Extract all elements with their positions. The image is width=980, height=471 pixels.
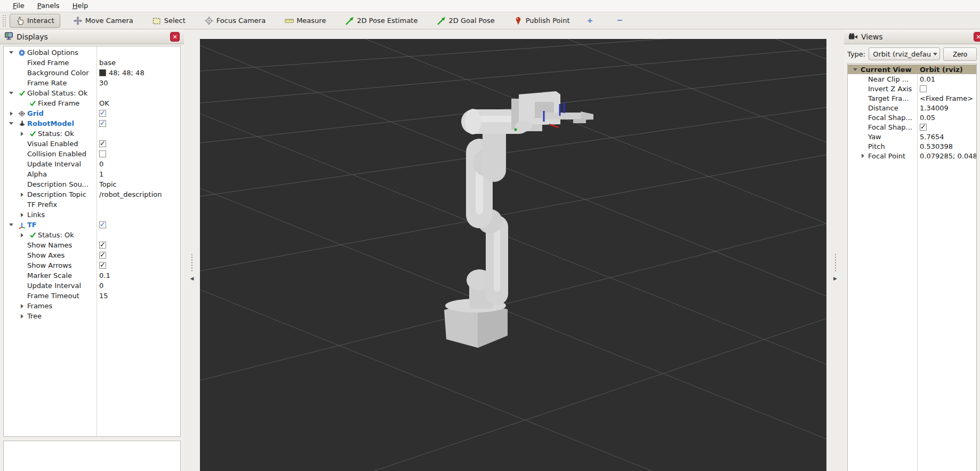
property-value[interactable]: 1 bbox=[97, 169, 103, 179]
tree-row-visual-enabled[interactable]: Visual Enabled bbox=[4, 139, 180, 149]
property-value[interactable] bbox=[97, 108, 106, 118]
right-splitter[interactable]: ▶ bbox=[826, 29, 844, 471]
property-value[interactable] bbox=[97, 240, 106, 250]
property-value[interactable]: Orbit (rviz) bbox=[917, 65, 963, 74]
tree-row-frame-timeout[interactable]: Frame Timeout15 bbox=[4, 291, 180, 301]
tree-row-focal-shap-[interactable]: Focal Shap... bbox=[848, 122, 976, 132]
property-value[interactable]: 1.34009 bbox=[917, 103, 949, 113]
checkbox-unchecked[interactable] bbox=[920, 85, 927, 92]
collapse-right-icon[interactable]: ▶ bbox=[833, 276, 837, 281]
property-value[interactable]: <Fixed Frame> bbox=[917, 93, 973, 103]
property-value[interactable]: 0.05 bbox=[917, 113, 935, 122]
property-value[interactable] bbox=[97, 250, 106, 260]
tree-row-grid[interactable]: Grid bbox=[4, 108, 180, 118]
tree-row-frames[interactable]: Frames bbox=[4, 301, 180, 311]
tree-row-fixed-frame[interactable]: Fixed FrameOK bbox=[4, 98, 180, 108]
tree-row-tf-prefix[interactable]: TF Prefix bbox=[4, 199, 180, 210]
property-value[interactable]: OK bbox=[97, 98, 109, 108]
expand-arrow[interactable] bbox=[17, 304, 27, 308]
expand-arrow[interactable] bbox=[17, 233, 27, 237]
expand-arrow[interactable] bbox=[17, 132, 27, 136]
checkbox-checked[interactable] bbox=[99, 120, 106, 127]
tree-row-distance[interactable]: Distance1.34009 bbox=[848, 103, 976, 113]
property-value[interactable] bbox=[917, 84, 927, 93]
property-value[interactable]: 0.530398 bbox=[917, 141, 953, 151]
tree-row-tf[interactable]: TF bbox=[4, 220, 180, 230]
property-value[interactable]: Topic bbox=[97, 179, 117, 189]
zoom-out-button[interactable]: − bbox=[613, 15, 626, 26]
checkbox-checked[interactable] bbox=[99, 242, 106, 249]
property-value[interactable]: 0.01 bbox=[917, 74, 935, 84]
property-value[interactable] bbox=[97, 149, 106, 159]
expand-arrow[interactable] bbox=[6, 223, 17, 226]
property-value[interactable]: base bbox=[97, 58, 116, 68]
checkbox-checked[interactable] bbox=[99, 110, 106, 117]
zoom-in-button[interactable]: + bbox=[583, 15, 597, 26]
checkbox-checked[interactable] bbox=[99, 221, 106, 228]
tool-2d-pose-estimate[interactable]: 2D Pose Estimate bbox=[339, 14, 423, 28]
checkbox-unchecked[interactable] bbox=[99, 150, 106, 157]
tree-row-frame-rate[interactable]: Frame Rate30 bbox=[4, 78, 180, 88]
property-value[interactable]: 0.079285; 0.048... bbox=[917, 151, 976, 161]
toolbar-drag-handle[interactable] bbox=[2, 14, 6, 27]
tree-row-show-names[interactable]: Show Names bbox=[4, 240, 180, 250]
tree-row-collision-enabled[interactable]: Collision Enabled bbox=[4, 149, 180, 159]
close-icon[interactable]: ✕ bbox=[170, 32, 180, 42]
property-value[interactable]: 48; 48; 48 bbox=[97, 68, 144, 78]
tree-row-status-ok[interactable]: Status: Ok bbox=[4, 230, 180, 240]
tree-row-description-topic[interactable]: Description Topic/robot_description bbox=[4, 189, 180, 199]
checkbox-checked[interactable] bbox=[920, 124, 927, 131]
expand-arrow[interactable] bbox=[17, 314, 27, 318]
tree-row-focal-point[interactable]: Focal Point0.079285; 0.048... bbox=[848, 151, 976, 161]
tree-row-status-ok[interactable]: Status: Ok bbox=[4, 129, 180, 139]
property-value[interactable]: 5.7654 bbox=[917, 132, 944, 141]
render-viewport[interactable] bbox=[200, 39, 826, 471]
tool-move-camera[interactable]: Move Camera bbox=[68, 14, 139, 28]
tree-row-current-view[interactable]: Current ViewOrbit (rviz) bbox=[848, 65, 976, 74]
tree-row-description-sou-[interactable]: Description Sou...Topic bbox=[4, 179, 180, 189]
property-value[interactable] bbox=[97, 260, 106, 270]
property-value[interactable] bbox=[917, 122, 927, 132]
tool-focus-camera[interactable]: Focus Camera bbox=[199, 14, 271, 28]
tool-publish-point[interactable]: Publish Point bbox=[508, 14, 576, 28]
property-value[interactable] bbox=[97, 139, 106, 149]
tree-row-near-clip-[interactable]: Near Clip ...0.01 bbox=[848, 74, 976, 84]
property-value[interactable]: 0.1 bbox=[97, 270, 110, 281]
tree-row-show-arrows[interactable]: Show Arrows bbox=[4, 260, 180, 270]
tool-2d-goal-pose[interactable]: 2D Goal Pose bbox=[431, 14, 500, 28]
property-value[interactable]: 0 bbox=[97, 159, 103, 169]
tree-row-alpha[interactable]: Alpha1 bbox=[4, 169, 180, 179]
property-value[interactable] bbox=[97, 220, 106, 230]
tree-row-robotmodel[interactable]: RobotModel bbox=[4, 118, 180, 129]
expand-arrow[interactable] bbox=[6, 111, 17, 116]
left-splitter[interactable]: ◀ bbox=[184, 29, 200, 471]
tree-row-marker-scale[interactable]: Marker Scale0.1 bbox=[4, 270, 180, 281]
tool-measure[interactable]: Measure bbox=[279, 14, 332, 28]
zero-button[interactable]: Zero bbox=[943, 47, 977, 61]
checkbox-checked[interactable] bbox=[99, 140, 106, 147]
menu-file[interactable]: File bbox=[6, 1, 31, 11]
tree-row-global-status-ok[interactable]: Global Status: Ok bbox=[4, 88, 180, 98]
tree-row-tree[interactable]: Tree bbox=[4, 311, 180, 321]
tool-select[interactable]: Select bbox=[147, 14, 191, 28]
expand-arrow[interactable] bbox=[17, 193, 27, 197]
menu-help[interactable]: Help bbox=[66, 1, 95, 11]
tree-row-background-color[interactable]: Background Color48; 48; 48 bbox=[4, 68, 180, 78]
property-value[interactable]: /robot_description bbox=[97, 189, 162, 199]
expand-arrow[interactable] bbox=[850, 68, 861, 71]
expand-arrow[interactable] bbox=[17, 213, 27, 217]
menu-panels[interactable]: Panels bbox=[31, 1, 66, 11]
expand-arrow[interactable] bbox=[857, 154, 868, 158]
property-value[interactable] bbox=[97, 118, 106, 129]
tree-row-show-axes[interactable]: Show Axes bbox=[4, 250, 180, 260]
view-type-select[interactable]: Orbit (rviz_defau bbox=[869, 47, 940, 60]
tool-interact[interactable]: Interact bbox=[10, 14, 60, 28]
tree-row-focal-shap-[interactable]: Focal Shap...0.05 bbox=[848, 113, 976, 122]
tree-row-pitch[interactable]: Pitch0.530398 bbox=[848, 141, 976, 151]
tree-row-global-options[interactable]: Global Options bbox=[4, 47, 180, 58]
tree-row-links[interactable]: Links bbox=[4, 210, 180, 220]
close-icon[interactable]: ✕ bbox=[974, 32, 980, 42]
tree-row-update-interval[interactable]: Update Interval0 bbox=[4, 281, 180, 291]
tree-row-invert-z-axis[interactable]: Invert Z Axis bbox=[848, 84, 976, 93]
tree-row-update-interval[interactable]: Update Interval0 bbox=[4, 159, 180, 169]
